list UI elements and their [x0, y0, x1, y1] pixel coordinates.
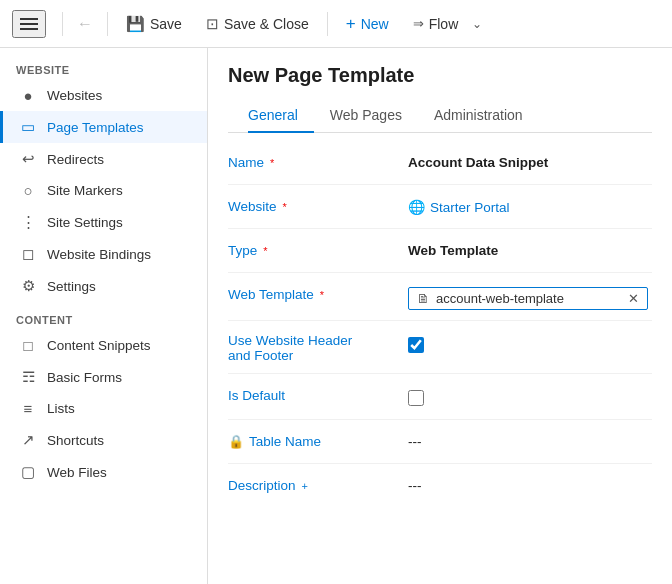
sidebar-item-lists-label: Lists: [47, 401, 75, 416]
shortcut-icon: ↗: [19, 431, 37, 449]
sidebar-item-shortcuts-label: Shortcuts: [47, 433, 104, 448]
new-label: New: [361, 16, 389, 32]
form-row-website: Website * 🌐 Starter Portal: [228, 185, 652, 229]
save-label: Save: [150, 16, 182, 32]
tab-web-pages[interactable]: Web Pages: [314, 99, 418, 133]
sidebar-item-basic-forms-label: Basic Forms: [47, 370, 122, 385]
save-close-label: Save & Close: [224, 16, 309, 32]
web-template-clear-button[interactable]: ✕: [628, 291, 639, 306]
form-value-website[interactable]: 🌐 Starter Portal: [408, 195, 652, 215]
new-button[interactable]: + New: [336, 9, 399, 39]
flow-dropdown: ⇒ Flow ⌄: [403, 11, 487, 37]
redirect-icon: ↩: [19, 150, 37, 168]
tab-general[interactable]: General: [248, 99, 314, 133]
tabs: General Web Pages Administration: [228, 99, 652, 133]
sidebar-item-redirects[interactable]: ↩ Redirects: [0, 143, 207, 175]
form-row-web-template: Web Template * 🗎 account-web-template ✕: [228, 273, 652, 321]
form-label-website: Website *: [228, 195, 408, 214]
toolbar-divider-2: [107, 12, 108, 36]
sidebar-item-basic-forms[interactable]: ☶ Basic Forms: [0, 361, 207, 393]
menu-button[interactable]: [12, 10, 46, 38]
required-indicator-web-template: *: [320, 289, 324, 301]
required-indicator-description: +: [302, 480, 308, 492]
sidebar-section-content: Content: [0, 302, 207, 330]
form-value-use-header-footer: [408, 331, 652, 356]
sidebar-item-web-files[interactable]: ▢ Web Files: [0, 456, 207, 488]
sidebar-item-shortcuts[interactable]: ↗ Shortcuts: [0, 424, 207, 456]
form-value-is-default: [408, 384, 652, 409]
content-area: New Page Template General Web Pages Admi…: [208, 48, 672, 584]
form-label-name: Name *: [228, 151, 408, 170]
form-value-web-template: 🗎 account-web-template ✕: [408, 283, 652, 310]
new-icon: +: [346, 14, 356, 34]
toolbar-divider-1: [62, 12, 63, 36]
gear-icon: ⚙: [19, 277, 37, 295]
web-template-field[interactable]: 🗎 account-web-template ✕: [408, 287, 648, 310]
form-label-type: Type *: [228, 239, 408, 258]
globe-link-icon: 🌐: [408, 199, 425, 215]
lock-icon: 🔒: [228, 434, 244, 449]
site-markers-icon: ○: [19, 182, 37, 199]
sidebar-item-site-markers-label: Site Markers: [47, 183, 123, 198]
sidebar-item-website-bindings-label: Website Bindings: [47, 247, 151, 262]
sidebar-item-page-templates[interactable]: ▭ Page Templates: [0, 111, 207, 143]
toolbar-divider-3: [327, 12, 328, 36]
sidebar-item-site-settings[interactable]: ⋮ Site Settings: [0, 206, 207, 238]
tab-administration[interactable]: Administration: [418, 99, 539, 133]
web-template-value: account-web-template: [436, 291, 564, 306]
flow-label: Flow: [429, 16, 459, 32]
file-page-icon: ▭: [19, 118, 37, 136]
sidebar-item-content-snippets-label: Content Snippets: [47, 338, 151, 353]
form-row-table-name: 🔒 Table Name ---: [228, 420, 652, 464]
form-row-description: Description + ---: [228, 464, 652, 508]
form-row-name: Name * Account Data Snippet: [228, 141, 652, 185]
save-button[interactable]: 💾 Save: [116, 10, 192, 38]
flow-icon: ⇒: [413, 16, 424, 31]
globe-icon: ●: [19, 87, 37, 104]
required-indicator-type: *: [263, 245, 267, 257]
sidebar-item-websites-label: Websites: [47, 88, 102, 103]
list-icon: ≡: [19, 400, 37, 417]
form-value-description: ---: [408, 474, 652, 493]
file-icon: ▢: [19, 463, 37, 481]
required-indicator-name: *: [270, 157, 274, 169]
sidebar-item-site-markers[interactable]: ○ Site Markers: [0, 175, 207, 206]
save-icon: 💾: [126, 15, 145, 33]
main-layout: Website ● Websites ▭ Page Templates ↩ Re…: [0, 48, 672, 584]
flow-dropdown-arrow[interactable]: ⌄: [468, 12, 486, 36]
sidebar-item-websites[interactable]: ● Websites: [0, 80, 207, 111]
form-label-description: Description +: [228, 474, 408, 493]
form-value-name: Account Data Snippet: [408, 151, 652, 170]
form-label-is-default: Is Default: [228, 384, 408, 403]
form-label-table-name: 🔒 Table Name: [228, 430, 408, 449]
sidebar-item-content-snippets[interactable]: □ Content Snippets: [0, 330, 207, 361]
sidebar-section-website: Website: [0, 52, 207, 80]
toolbar: ← 💾 Save ⊡ Save & Close + New ⇒ Flow ⌄: [0, 0, 672, 48]
content-header: New Page Template General Web Pages Admi…: [208, 48, 672, 133]
form-label-web-template: Web Template *: [228, 283, 408, 302]
form-body: Name * Account Data Snippet Website * 🌐 …: [208, 133, 672, 516]
sidebar-item-settings[interactable]: ⚙ Settings: [0, 270, 207, 302]
form-value-type: Web Template: [408, 239, 652, 258]
save-close-button[interactable]: ⊡ Save & Close: [196, 10, 319, 38]
sidebar-item-website-bindings[interactable]: ◻ Website Bindings: [0, 238, 207, 270]
sidebar: Website ● Websites ▭ Page Templates ↩ Re…: [0, 48, 208, 584]
back-button[interactable]: ←: [71, 10, 99, 38]
use-header-footer-checkbox[interactable]: [408, 337, 424, 353]
is-default-checkbox[interactable]: [408, 390, 424, 406]
page-title: New Page Template: [228, 64, 652, 87]
form-row-use-header-footer: Use Website Headerand Footer: [228, 321, 652, 374]
form-row-type: Type * Web Template: [228, 229, 652, 273]
form-label-use-header-footer: Use Website Headerand Footer: [228, 331, 408, 363]
sidebar-item-web-files-label: Web Files: [47, 465, 107, 480]
form-value-table-name: ---: [408, 430, 652, 449]
sidebar-item-redirects-label: Redirects: [47, 152, 104, 167]
save-close-icon: ⊡: [206, 15, 219, 33]
required-indicator-website: *: [283, 201, 287, 213]
link-icon: ◻: [19, 245, 37, 263]
sidebar-item-site-settings-label: Site Settings: [47, 215, 123, 230]
sidebar-item-lists[interactable]: ≡ Lists: [0, 393, 207, 424]
flow-button[interactable]: ⇒ Flow: [403, 11, 469, 37]
list-form-icon: ☶: [19, 368, 37, 386]
form-row-is-default: Is Default: [228, 374, 652, 420]
